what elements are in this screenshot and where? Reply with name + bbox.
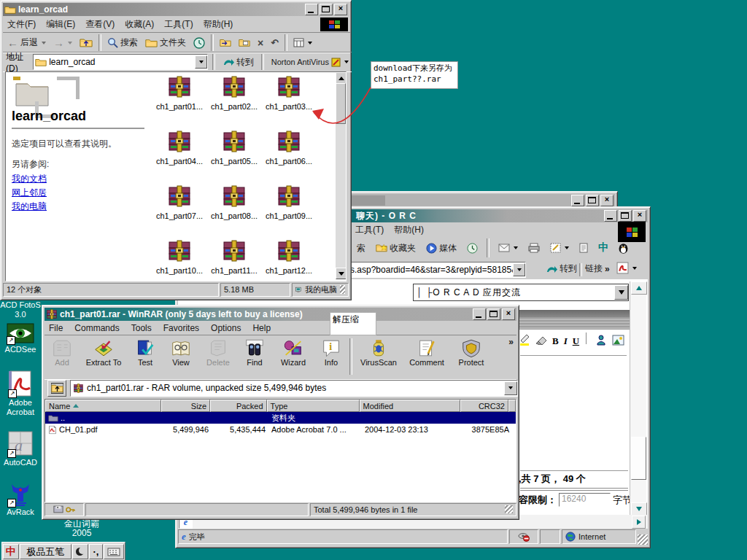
scroll-up-button[interactable] bbox=[336, 72, 347, 84]
desktop-icon-acdfoto[interactable]: ACD FotoS 3.0 bbox=[0, 300, 41, 319]
url-dropdown-button[interactable] bbox=[513, 263, 525, 276]
mail-button[interactable] bbox=[495, 242, 521, 254]
scroll-thumb[interactable] bbox=[631, 437, 646, 480]
file-item[interactable]: ch1_part02... bbox=[208, 76, 260, 127]
desktop-icon-autocad[interactable]: a ↗ AutoCAD bbox=[0, 430, 41, 467]
file-item[interactable]: ch1_part11... bbox=[208, 240, 260, 281]
copy-to-button[interactable] bbox=[236, 36, 253, 49]
winrar-titlebar[interactable]: ch1_part01.rar - WinRAR (only 5 days lef… bbox=[44, 308, 516, 321]
delete-button[interactable]: Delete bbox=[199, 337, 237, 368]
up-one-level-button[interactable] bbox=[47, 380, 66, 397]
ime-keyboard-button[interactable] bbox=[104, 544, 124, 559]
find-button[interactable]: Find bbox=[237, 337, 272, 368]
url-input[interactable]: s.asp?boardid=46&star=3&replyid=58185&id… bbox=[348, 262, 526, 278]
move-to-button[interactable] bbox=[217, 36, 234, 49]
file-item[interactable]: ch1_part06... bbox=[263, 131, 315, 182]
extract-to-button[interactable]: Extract To bbox=[80, 337, 128, 368]
menu-file[interactable]: 文件(F) bbox=[7, 18, 36, 31]
column-packed[interactable]: Packed bbox=[210, 400, 266, 412]
archive-combo[interactable]: ch1_part01.rar - RAR volume, unpacked si… bbox=[70, 380, 518, 397]
scroll-thumb[interactable] bbox=[336, 83, 346, 124]
undo-button[interactable]: ↶ bbox=[268, 36, 282, 50]
table-row-parent[interactable]: .. 资料夹 bbox=[45, 412, 516, 424]
explorer-window[interactable]: learn_orcad × 文件(F) 编辑(E) 查看(V) 收藏(A) 工具… bbox=[0, 0, 352, 300]
ime-mode-button[interactable]: 中 bbox=[3, 544, 19, 559]
resize-grip[interactable] bbox=[505, 505, 513, 513]
scroll-down-button[interactable] bbox=[631, 502, 647, 516]
close-button[interactable]: × bbox=[334, 4, 347, 15]
forward-button[interactable]: → bbox=[50, 35, 75, 50]
menu-favorites[interactable]: Favorites bbox=[163, 323, 199, 333]
menu-file[interactable]: File bbox=[49, 323, 63, 333]
maximize-button[interactable] bbox=[487, 308, 500, 320]
menu-view[interactable]: 查看(V) bbox=[85, 18, 115, 31]
column-name[interactable]: Name bbox=[45, 400, 161, 412]
eraser-icon[interactable] bbox=[535, 335, 547, 348]
menu-tools[interactable]: Tools bbox=[131, 323, 152, 333]
folders-button[interactable]: 文件夹 bbox=[142, 35, 189, 50]
test-button[interactable]: Test bbox=[128, 337, 163, 368]
desktop-icon-acdsee[interactable]: ↗ ACDSee bbox=[0, 322, 41, 354]
up-button[interactable] bbox=[77, 36, 96, 50]
delete-button[interactable]: × bbox=[255, 36, 266, 50]
favorites-button[interactable]: 收藏夹 bbox=[373, 241, 419, 256]
desktop-icon-k ingsoft[interactable]: 金山词霸 2005 bbox=[55, 519, 108, 538]
views-button[interactable] bbox=[290, 36, 315, 49]
file-item[interactable]: ch1_part04... bbox=[153, 131, 206, 182]
go-button[interactable]: 转到 bbox=[543, 261, 580, 276]
file-item[interactable]: ch1_part03... bbox=[263, 76, 315, 127]
minimize-button[interactable] bbox=[305, 4, 318, 15]
history-button[interactable] bbox=[464, 241, 481, 255]
explorer-titlebar[interactable]: learn_orcad × bbox=[3, 3, 349, 16]
go-button[interactable]: 转到 bbox=[220, 55, 257, 70]
column-size[interactable]: Size bbox=[161, 400, 211, 412]
close-button[interactable]: × bbox=[502, 308, 515, 320]
link-my-documents[interactable]: 我的文档 bbox=[12, 173, 47, 185]
virusscan-button[interactable]: VirusScan bbox=[354, 337, 403, 368]
highlight-pen-icon[interactable] bbox=[519, 333, 530, 349]
history-button[interactable] bbox=[190, 36, 208, 50]
menu-tools[interactable]: 工具(T) bbox=[355, 224, 384, 236]
insert-image-icon[interactable] bbox=[612, 335, 624, 349]
file-item[interactable]: ch1_part05... bbox=[208, 131, 260, 182]
maximize-button[interactable] bbox=[320, 4, 333, 15]
view-button[interactable]: View bbox=[163, 337, 199, 368]
ime-bar[interactable]: 中 极品五笔 ·, bbox=[1, 542, 125, 560]
menu-favorites[interactable]: 收藏(A) bbox=[125, 18, 154, 31]
ime-name[interactable]: 极品五笔 bbox=[20, 544, 71, 559]
limit-input[interactable]: 16240 bbox=[559, 493, 611, 507]
menu-options[interactable]: Options bbox=[211, 323, 241, 333]
underline-button[interactable]: U bbox=[573, 335, 579, 347]
menu-help[interactable]: Help bbox=[252, 323, 271, 333]
file-item[interactable]: ch1_part01... bbox=[153, 76, 206, 127]
menu-commands[interactable]: Commands bbox=[74, 323, 119, 333]
qq-button[interactable] bbox=[616, 241, 631, 255]
address-combo[interactable]: learn_orcad bbox=[33, 54, 208, 70]
add-button[interactable]: Add bbox=[44, 337, 80, 368]
file-item[interactable]: ch1_part12... bbox=[263, 240, 315, 281]
stamp-icon[interactable] bbox=[595, 334, 607, 349]
link-my-computer[interactable]: 我的电脑 bbox=[12, 201, 47, 213]
protect-button[interactable]: Protect bbox=[450, 337, 492, 368]
edit-button[interactable] bbox=[547, 241, 572, 254]
italic-button[interactable]: I bbox=[564, 335, 568, 347]
minimize-button[interactable] bbox=[571, 195, 584, 206]
minimize-button[interactable] bbox=[473, 308, 486, 320]
file-item[interactable]: ch1_part08... bbox=[208, 185, 260, 236]
bold-button[interactable]: B bbox=[552, 335, 559, 347]
close-button[interactable]: × bbox=[600, 195, 614, 206]
info-button[interactable]: i Info bbox=[314, 337, 348, 368]
ime-punct-button[interactable]: ·, bbox=[89, 544, 104, 559]
close-button[interactable]: × bbox=[633, 210, 646, 222]
scroll-down-button[interactable] bbox=[336, 268, 347, 279]
table-row-file[interactable]: CH_01.pdf 5,499,946 5,435,444 Adobe Acro… bbox=[45, 424, 516, 435]
resize-grip[interactable] bbox=[340, 285, 345, 294]
address-dropdown-button[interactable] bbox=[195, 55, 207, 69]
board-select[interactable]: │ ├O R C A D 应用交流 bbox=[413, 284, 629, 301]
search-button[interactable]: 搜索 bbox=[104, 35, 141, 50]
print-button[interactable] bbox=[525, 241, 543, 254]
discuss-button[interactable] bbox=[576, 241, 591, 254]
background-window-titlebar[interactable]: × bbox=[338, 194, 615, 207]
translate-button[interactable]: 中 bbox=[595, 240, 611, 256]
norton-antivirus-label[interactable]: Norton AntiVirus bbox=[268, 56, 352, 69]
